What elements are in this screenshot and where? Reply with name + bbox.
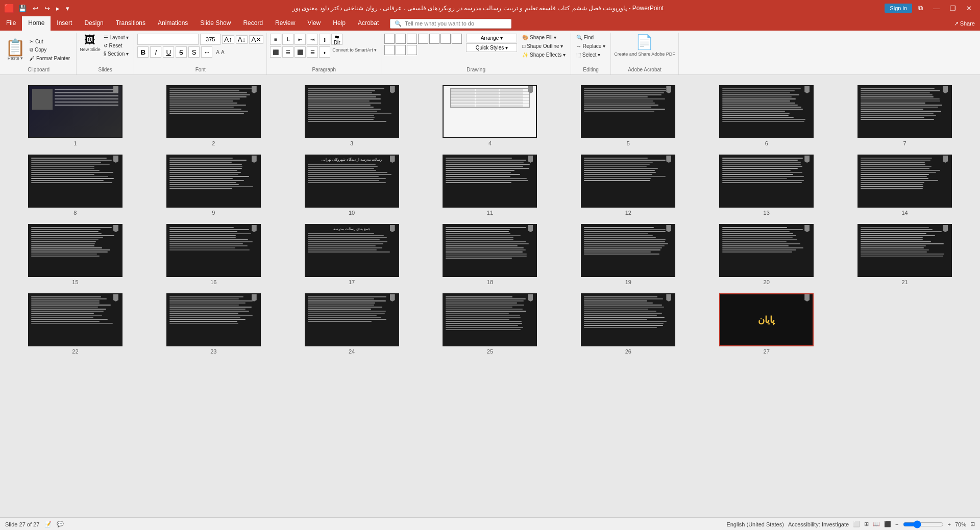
new-slide-button[interactable]: 🖼 New Slide [80, 34, 101, 52]
slide-thumb-13[interactable] [719, 155, 814, 208]
slide-thumb-17[interactable]: جمع بندی رسالت مدرسه [305, 224, 399, 277]
slide-thumb-7[interactable] [857, 85, 952, 138]
shape-effects-button[interactable]: ✨ Shape Effects ▾ [520, 51, 568, 59]
shape-fill-button[interactable]: 🎨 Shape Fill ▾ [520, 34, 568, 41]
slide-item-24[interactable]: 24 [287, 293, 417, 355]
slide-item-11[interactable]: 11 [425, 155, 555, 216]
slide-item-7[interactable]: 7 [840, 85, 970, 146]
replace-button[interactable]: ↔ Replace ▾ [574, 42, 607, 50]
select-button[interactable]: ⬚ Select ▾ [574, 51, 602, 59]
restore-button[interactable]: ❐ [946, 4, 960, 13]
slide-item-21[interactable]: 21 [840, 224, 970, 285]
bold-button[interactable]: B [137, 46, 149, 58]
slide-item-19[interactable]: 19 [563, 224, 693, 285]
slide-thumb-14[interactable] [857, 155, 952, 208]
section-button[interactable]: § Section ▾ [102, 50, 131, 58]
bullets-button[interactable]: ≡ [270, 34, 281, 45]
minimize-button[interactable]: — [929, 4, 944, 13]
slide-thumb-21[interactable] [857, 224, 952, 277]
slide-item-14[interactable]: 14 [840, 155, 970, 216]
convert-to-smartart[interactable]: Convert to SmartArt ▾ [331, 46, 378, 58]
shape-tool-6[interactable] [440, 34, 451, 44]
slide-item-22[interactable]: 22 [10, 293, 140, 355]
slide-thumb-4[interactable] [443, 85, 537, 138]
slide-thumb-27[interactable]: پایان [719, 293, 814, 346]
tab-slideshow[interactable]: Slide Show [194, 16, 237, 31]
slide-thumb-8[interactable] [28, 155, 122, 208]
slide-thumb-25[interactable] [443, 293, 537, 346]
slide-thumb-6[interactable] [719, 85, 814, 138]
italic-button[interactable]: I [150, 46, 161, 58]
notes-button[interactable]: 📝 [44, 521, 52, 527]
slide-thumb-10[interactable]: رسالت مدرسه از دیدگاه شهروکان تهرانی [305, 155, 399, 208]
paste-button[interactable]: 📋 [5, 39, 26, 56]
underline-button[interactable]: U [163, 46, 174, 58]
shape-tool-9[interactable] [396, 45, 406, 55]
slide-item-13[interactable]: 13 [701, 155, 831, 216]
zoom-slider[interactable] [903, 520, 944, 528]
slide-sorter-button[interactable]: ⊞ [864, 521, 869, 527]
present-button[interactable]: ▸ [54, 4, 62, 13]
slide-thumb-12[interactable] [581, 155, 675, 208]
slide-item-25[interactable]: 25 [425, 293, 555, 355]
slide-item-1[interactable]: 1 [10, 85, 140, 146]
slide-item-23[interactable]: 23 [149, 293, 279, 355]
signin-button[interactable]: Sign in [885, 4, 912, 13]
reading-view-button[interactable]: 📖 [873, 521, 880, 527]
slide-item-8[interactable]: 8 [10, 155, 140, 216]
align-left-button[interactable]: ⬛ [270, 46, 281, 58]
slide-thumb-11[interactable] [443, 155, 537, 208]
ribbon-display-button[interactable]: ⧉ [914, 3, 927, 13]
slide-thumb-5[interactable] [581, 85, 675, 138]
decrease-font-button[interactable]: A↓ [236, 35, 248, 44]
share-button[interactable]: ↗ Share [954, 20, 975, 27]
slide-item-2[interactable]: 2 [149, 85, 279, 146]
slide-item-20[interactable]: 20 [701, 224, 831, 285]
slide-thumb-15[interactable] [28, 224, 122, 277]
zoom-in-button[interactable]: + [948, 521, 951, 527]
slide-item-17[interactable]: جمع بندی رسالت مدرسه17 [287, 224, 417, 285]
strikethrough-button[interactable]: S̶ [176, 46, 187, 58]
create-pdf-button[interactable]: 📄 [635, 34, 653, 51]
font-size-input[interactable] [200, 34, 220, 45]
slide-thumb-1[interactable] [28, 85, 122, 138]
close-button[interactable]: ✕ [962, 4, 976, 13]
slide-item-9[interactable]: 9 [149, 155, 279, 216]
copy-button[interactable]: ⧉ Copy [28, 46, 72, 54]
tab-design[interactable]: Design [78, 16, 109, 31]
slide-item-26[interactable]: 26 [563, 293, 693, 355]
undo-button[interactable]: ↩ [31, 4, 40, 13]
tab-transitions[interactable]: Transitions [110, 16, 152, 31]
numbering-button[interactable]: ⒈ [282, 34, 293, 45]
decrease-indent-button[interactable]: ⇤ [295, 34, 306, 45]
save-button[interactable]: 💾 [16, 4, 29, 13]
tab-acrobat[interactable]: Acrobat [352, 16, 385, 31]
slide-item-4[interactable]: 4 [425, 85, 555, 146]
tab-file[interactable]: File [0, 16, 22, 31]
normal-view-button[interactable]: ⬜ [853, 521, 860, 527]
slide-thumb-3[interactable] [305, 85, 399, 138]
slide-item-10[interactable]: رسالت مدرسه از دیدگاه شهروکان تهرانی10 [287, 155, 417, 216]
shape-tool-1[interactable] [384, 34, 395, 44]
shape-outline-button[interactable]: □ Shape Outline ▾ [520, 42, 568, 50]
align-center-button[interactable]: ☰ [282, 46, 293, 58]
slide-panel[interactable]: 123 [0, 75, 980, 517]
comments-button[interactable]: 💬 [57, 521, 64, 527]
align-right-button[interactable]: ⬛ [295, 46, 306, 58]
slide-item-3[interactable]: 3 [287, 85, 417, 146]
find-button[interactable]: 🔍 Find [574, 34, 596, 41]
justify-button[interactable]: ☰ [307, 46, 318, 58]
increase-indent-button[interactable]: ⇥ [307, 34, 318, 45]
slide-item-5[interactable]: 5 [563, 85, 693, 146]
tab-view[interactable]: View [301, 16, 327, 31]
tab-home[interactable]: Home [22, 16, 51, 31]
ribbon-search[interactable] [405, 20, 507, 27]
slide-item-18[interactable]: 18 [425, 224, 555, 285]
columns-button[interactable]: ⫿ [319, 34, 330, 45]
slide-thumb-2[interactable] [166, 85, 261, 138]
shape-tool-10[interactable] [407, 45, 417, 55]
slide-item-27[interactable]: پایان27 [701, 293, 831, 355]
clear-format-button[interactable]: A✕ [249, 35, 263, 44]
shape-tool-8[interactable] [384, 45, 395, 55]
slide-item-16[interactable]: 16 [149, 224, 279, 285]
